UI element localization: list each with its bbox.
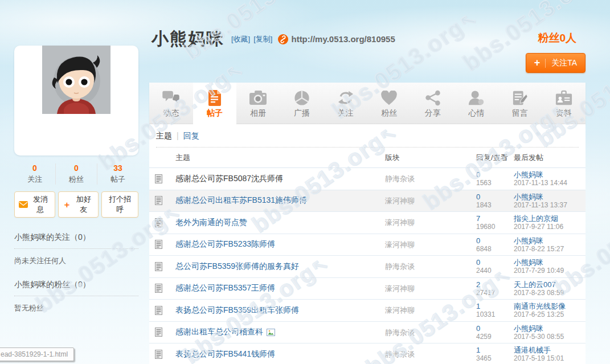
reply-count[interactable]: 2 [476,280,514,289]
stat-fans[interactable]: 0 粉丝 [56,163,97,185]
forum-link[interactable]: 濠河神聊 [385,197,415,205]
forum-link[interactable]: 濠河神聊 [385,284,415,293]
header-replies-views: 回复/查看 [476,153,514,163]
follow-button[interactable]: + 关注TA [526,53,586,73]
following-count: 0 [14,163,55,173]
plus-icon: ＋ [63,202,71,207]
tab-follow-label: 关注 [324,108,367,118]
view-count: 1563 [476,179,514,187]
forum-link[interactable]: 静海杂谈 [385,350,415,358]
last-poster-link[interactable]: 南通市光线影像 [514,302,581,310]
forum-link[interactable]: 濠河神聊 [385,306,415,314]
table-row[interactable]: 老外为南通的哥点赞 濠河神聊 7 19680 指尖上的京烟 2017-9-27 … [149,212,586,234]
main-area: 小熊妈咪 [收藏] [复制] http://my.0513.org/810955… [149,0,586,364]
last-poster-link[interactable]: 小熊妈咪 [514,324,581,333]
topic-doc-icon [155,328,175,337]
say-hi-button[interactable]: 打个招呼 [101,191,138,218]
table-row[interactable]: 表扬总公司苏FB5441钱师傅 静海杂谈 1 3465 通港机械手 2017-5… [149,343,586,364]
tab-posts[interactable]: 帖子 [193,83,237,127]
chat-icon [149,89,193,107]
topic-title-link[interactable]: 感谢总公司出租车苏FB5131施伟师傅 [175,195,307,206]
send-message-button[interactable]: 发消息 [14,191,55,218]
tab-fans[interactable]: 粉丝 [367,83,411,124]
view-count: 1843 [476,201,514,209]
topic-title-link[interactable]: 感谢总公司苏FB5357王师傅 [175,283,275,293]
status-url-tooltip: ead-3851929-1-1.html [0,347,74,361]
view-count: 2440 [476,267,514,275]
reply-count[interactable]: 7 [476,214,514,223]
last-post-time: 2017-11-13 14:44 [514,179,581,187]
heart-icon [367,89,411,107]
last-post-time: 2017-5-30 08:55 [514,333,581,341]
topic-title-link[interactable]: 表扬总公司苏FB5359出租车张师傅 [175,305,299,316]
forum-link[interactable]: 濠河神聊 [385,218,415,227]
last-poster-link[interactable]: 天上的云007 [514,280,581,289]
avatar-card [14,46,138,156]
topic-title-link[interactable]: 感谢总公司苏FB5233陈师傅 [175,239,275,250]
topic-title-link[interactable]: 感谢出租车总公司稽查科 [175,327,263,337]
reply-count[interactable]: 1 [476,302,514,310]
forum-link[interactable]: 静海杂谈 [385,328,415,337]
table-row[interactable]: 感谢总公司苏FB5357王师傅 濠河神聊 2 27417 天上的云007 201… [149,278,586,300]
tab-share[interactable]: 分享 [411,83,455,124]
profile-page: 0 关注 0 粉丝 33 帖子 发消息 ＋ 加好友 [0,0,610,364]
sidebar: 0 关注 0 粉丝 33 帖子 发消息 ＋ 加好友 [14,24,138,327]
table-row[interactable]: 总公司苏FB5359张师傅的服务真好 静海杂谈 0 2440 小熊妈咪 2017… [149,256,586,278]
last-post-time: 2017-9-27 11:06 [514,223,581,231]
copy-link[interactable]: [复制] [253,34,272,44]
tab-feed[interactable]: 动态 [149,83,193,124]
avatar[interactable] [42,46,110,114]
table-row[interactable]: 感谢出租车总公司稽查科 静海杂谈 0 4259 小熊妈咪 2017-5-30 0… [149,322,586,344]
last-poster-link[interactable]: 小熊妈咪 [514,258,581,267]
add-friend-button[interactable]: ＋ 加好友 [58,191,99,218]
last-poster-link[interactable]: 通港机械手 [514,346,581,354]
forum-link[interactable]: 静海杂谈 [385,174,415,183]
page-title: 小熊妈咪 [152,27,224,51]
filter-reply-link[interactable]: 回复 [183,131,199,140]
reply-count[interactable]: 0 [476,258,514,267]
topic-doc-icon [155,174,175,183]
tab-posts-label: 帖子 [193,108,237,118]
add-friend-label: 加好友 [73,194,94,215]
follow-button-label: 关注TA [551,58,577,68]
tab-follow[interactable]: 关注 [324,83,367,124]
last-poster-link[interactable]: 小熊妈咪 [514,170,581,179]
view-count: 27417 [476,289,514,297]
filter-topic[interactable]: 主题 [156,131,172,140]
last-post-time: 2017-8-22 15:27 [514,245,581,253]
tab-album[interactable]: 相册 [236,83,280,124]
topic-title-link[interactable]: 表扬总公司苏FB5441钱师傅 [175,349,275,359]
table-row[interactable]: 感谢总公司苏FB5233陈师傅 濠河神聊 0 6848 小熊妈咪 2017-8-… [149,234,586,256]
tab-profile[interactable]: 资料 [542,83,586,124]
forum-link[interactable]: 濠河神聊 [385,240,415,249]
topic-title-link[interactable]: 感谢总公司苏FB5087沈兵师傅 [175,174,283,184]
last-post-time: 2017-8-23 08:59 [514,289,581,297]
table-row[interactable]: 表扬总公司苏FB5359出租车张师傅 濠河神聊 1 10331 南通市光线影像 … [149,300,586,322]
view-count: 4259 [476,333,514,341]
tab-share-label: 分享 [411,108,455,118]
last-poster-link[interactable]: 指尖上的京烟 [514,214,581,223]
stat-posts[interactable]: 33 帖子 [97,163,138,185]
table-row[interactable]: 感谢总公司苏FB5087沈兵师傅 静海杂谈 0 1563 小熊妈咪 2017-1… [149,168,586,190]
topic-doc-icon [155,262,175,271]
reply-count[interactable]: 0 [476,193,514,201]
link-icon [278,34,288,44]
forum-link[interactable]: 静海杂谈 [385,262,415,271]
reply-count[interactable]: 0 [476,236,514,245]
reply-count[interactable]: 0 [476,170,514,179]
last-post-time: 2017-6-25 13:25 [514,310,581,318]
fans-count-badge: 粉丝0人 [538,31,576,46]
tab-message[interactable]: 留言 [498,83,542,124]
tab-broadcast[interactable]: 广播 [280,83,324,124]
tab-mood[interactable]: 心情 [455,83,498,124]
reply-count[interactable]: 0 [476,324,514,333]
stat-following[interactable]: 0 关注 [14,163,56,185]
favorite-link[interactable]: [收藏] [231,34,250,44]
topic-doc-icon [155,306,175,315]
last-poster-link[interactable]: 小熊妈咪 [514,236,581,245]
last-poster-link[interactable]: 小熊妈咪 [514,193,581,201]
topic-title-link[interactable]: 老外为南通的哥点赞 [175,218,247,228]
table-row[interactable]: 感谢总公司出租车苏FB5131施伟师傅 濠河神聊 0 1843 小熊妈咪 201… [149,190,586,212]
reply-count[interactable]: 1 [476,346,514,354]
topic-title-link[interactable]: 总公司苏FB5359张师傅的服务真好 [175,261,299,272]
